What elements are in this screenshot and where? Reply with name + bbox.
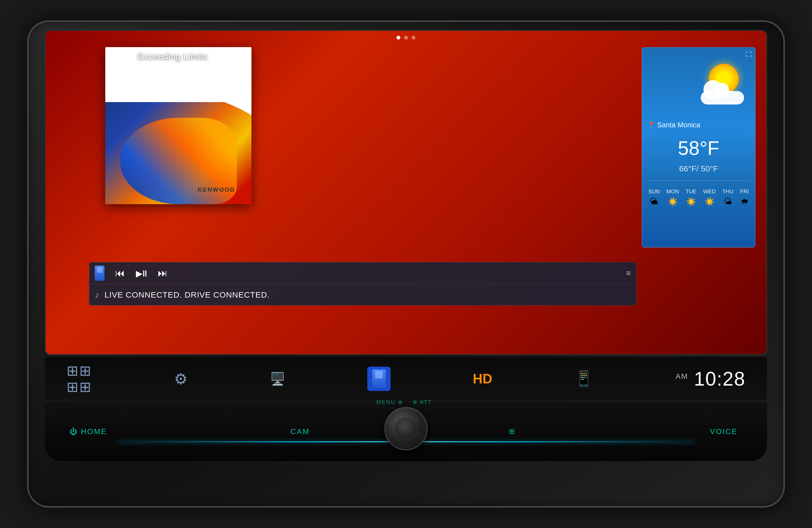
device-frame: Exceeding Limits KENWOOD ⛶ [27, 20, 785, 508]
page-dot-2[interactable] [404, 36, 408, 40]
voice-button-label: VOICE [710, 427, 738, 436]
player-controls-bottom: ♪ LIVE CONNECTED. DRIVE CONNECTED. [89, 284, 636, 305]
forecast-wed-icon: ☀️ [705, 197, 714, 206]
volume-knob[interactable] [385, 407, 427, 450]
weather-forecast: SUN 🌥 MON ☀️ TUE ☀️ WED ☀️ [642, 186, 755, 209]
time-value: 10:28 [694, 368, 745, 390]
time-period: AM [676, 372, 688, 381]
play-pause-button[interactable] [136, 268, 147, 279]
player-menu-icon[interactable]: ≡ [626, 269, 630, 277]
grid-icon: ⊞⊞⊞⊞ [67, 362, 92, 395]
forecast-wed-label: WED [703, 188, 716, 195]
phone-icon: 📱 [574, 370, 593, 388]
weather-temp-current: 58°F [642, 137, 755, 159]
weather-temp-range: 66°F/ 50°F [642, 164, 755, 173]
forecast-thu: THU 🌤 [722, 188, 734, 206]
player-usb-icon [95, 266, 104, 281]
settings-icon: ⚙ [174, 370, 188, 388]
nav-item-grid[interactable]: ⊞⊞⊞⊞ [67, 362, 92, 395]
weather-cloud-icon [695, 83, 750, 104]
weather-location: 📍 Santa Monica [648, 121, 700, 129]
display-button-icon: ⊞ [509, 427, 515, 436]
nav-item-carplay[interactable]: 🖥️ [270, 371, 285, 386]
nav-bar: ⊞⊞⊞⊞ ⚙ 🖥️ HD 📱 AM 10:28 [45, 357, 767, 400]
album-widget[interactable]: KENWOOD [105, 47, 251, 204]
forecast-sun-icon: 🌥 [650, 197, 658, 206]
att-button[interactable]: ⊕ ATT [395, 399, 449, 405]
location-pin-icon: 📍 [648, 122, 655, 129]
player-track-text: LIVE CONNECTED. DRIVE CONNECTED. [104, 290, 270, 299]
note-icon: ♪ [95, 290, 99, 300]
page-dot-1[interactable] [396, 36, 400, 40]
player-controls[interactable]: ≡ ♪ LIVE CONNECTED. DRIVE CONNECTED. [89, 262, 636, 305]
page-dot-3[interactable] [412, 36, 416, 40]
nav-item-settings[interactable]: ⚙ [174, 370, 188, 388]
weather-divider [648, 180, 750, 181]
home-button-label: ⏻ HOME [70, 427, 107, 436]
screen-background: Exceeding Limits KENWOOD ⛶ [46, 31, 766, 354]
forecast-tue-label: TUE [686, 188, 696, 195]
forecast-thu-icon: 🌤 [724, 197, 732, 206]
forecast-fri: FRI 🌧 [740, 188, 749, 206]
location-name: Santa Monica [657, 121, 700, 129]
forecast-sun-label: SUN [648, 188, 659, 195]
album-art: KENWOOD [105, 47, 251, 204]
weather-widget[interactable]: ⛶ 📍 Santa Monica 58°F 66 [642, 47, 755, 247]
forecast-sun: SUN 🌥 [648, 188, 659, 206]
cam-button-label: CAM [290, 427, 310, 436]
screen-area[interactable]: Exceeding Limits KENWOOD ⛶ [45, 30, 767, 355]
page-dots [396, 36, 416, 40]
forecast-thu-label: THU [722, 188, 734, 195]
voice-button[interactable]: VOICE [697, 427, 751, 436]
nav-time-display: AM 10:28 [676, 368, 745, 390]
forecast-fri-label: FRI [740, 188, 749, 195]
forecast-tue: TUE ☀️ [686, 188, 696, 206]
display-grid-icon: ⊞ [509, 427, 515, 436]
prev-button[interactable] [115, 268, 125, 279]
forecast-fri-icon: 🌧 [741, 197, 749, 206]
home-button[interactable]: ⏻ HOME [61, 427, 115, 436]
clock-display: AM 10:28 [676, 368, 745, 390]
player-controls-top: ≡ [89, 262, 636, 284]
forecast-mon-icon: ☀️ [668, 197, 678, 206]
kenwood-label: KENWOOD [198, 186, 235, 193]
volume-knob-container: MENU ⊕ ⊕ ATT [385, 407, 427, 450]
nav-item-phone[interactable]: 📱 [574, 370, 593, 388]
weather-temp-high: 66°F/ [679, 164, 699, 173]
cam-button[interactable]: CAM [273, 427, 327, 436]
power-icon: ⏻ [70, 427, 78, 436]
nav-item-hd[interactable]: HD [473, 371, 492, 387]
carplay-icon: 🖥️ [270, 371, 285, 386]
nav-item-usb[interactable] [367, 367, 391, 391]
weather-temp-low: 50°F [701, 164, 718, 173]
display-button[interactable]: ⊞ [485, 427, 539, 436]
next-button[interactable] [158, 268, 168, 279]
forecast-mon-label: MON [666, 188, 679, 195]
hd-icon: HD [473, 371, 492, 387]
att-button-label: ⊕ ATT [412, 399, 432, 405]
album-title: Exceeding Limits [138, 51, 207, 61]
expand-icon[interactable]: ⛶ [746, 51, 752, 58]
forecast-mon: MON ☀️ [666, 188, 679, 206]
forecast-tue-icon: ☀️ [686, 197, 696, 206]
button-strip: ⏻ HOME CAM MENU ⊕ ⊕ ATT ⊞ VOICE [45, 402, 767, 461]
forecast-wed: WED ☀️ [703, 188, 716, 206]
usb-nav-icon [372, 369, 386, 388]
